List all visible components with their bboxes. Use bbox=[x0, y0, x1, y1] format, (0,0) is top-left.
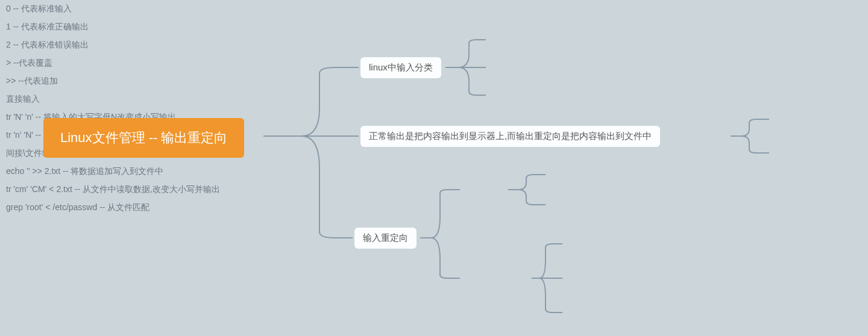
leaf-stderr: 2 -- 代表标准错误输出 bbox=[0, 36, 868, 54]
root-node[interactable]: Linux文件管理 -- 输出重定向 bbox=[43, 118, 244, 158]
leaf-echo-append: echo '' >> 2.txt -- 将数据追加写入到文件中 bbox=[0, 163, 868, 181]
leaf-tr-file: tr 'cm' 'CM' < 2.txt -- 从文件中读取数据,改变大小写并输… bbox=[0, 181, 868, 199]
branch-input-redirect[interactable]: 输入重定向 bbox=[354, 228, 417, 249]
leaf-stdout: 1 -- 代表标准正确输出 bbox=[0, 18, 868, 36]
branch-input-types[interactable]: linux中输入分类 bbox=[360, 57, 441, 78]
leaf-grep-file: grep 'root' < /etc/passwd -- 从文件匹配 bbox=[0, 199, 868, 217]
branch-output-redirect[interactable]: 正常输出是把内容输出到显示器上,而输出重定向是把内容输出到文件中 bbox=[360, 126, 660, 147]
sub-direct-input[interactable]: 直接输入 bbox=[0, 90, 868, 108]
leaf-stdin: 0 -- 代表标准输入 bbox=[0, 0, 868, 18]
